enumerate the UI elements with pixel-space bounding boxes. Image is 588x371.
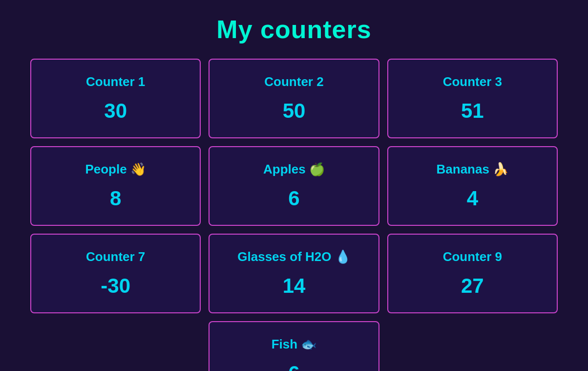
counter-value-counter-2: 50 — [283, 99, 306, 123]
counter-value-counter-3: 51 — [461, 99, 484, 123]
counter-value-fish: 6 — [288, 362, 299, 371]
counter-name-counter-9: Counter 9 — [443, 249, 502, 264]
counter-card-apples[interactable]: Apples 🍏6 — [209, 146, 379, 226]
counter-value-counter-9: 27 — [461, 274, 484, 298]
counter-name-counter-3: Counter 3 — [443, 74, 502, 89]
counter-value-counter-7: -30 — [101, 274, 130, 298]
counter-name-glasses-h2o: Glasses of H2O 💧 — [237, 249, 350, 264]
counter-value-apples: 6 — [288, 187, 299, 210]
counter-card-counter-3[interactable]: Counter 351 — [387, 59, 558, 138]
counter-value-counter-1: 30 — [104, 99, 127, 123]
counter-card-counter-7[interactable]: Counter 7-30 — [30, 234, 201, 313]
counter-name-people: People 👋 — [85, 162, 146, 177]
counters-grid: Counter 130Counter 250Counter 351People … — [30, 59, 558, 371]
counter-name-counter-7: Counter 7 — [86, 249, 145, 264]
counter-card-glasses-h2o[interactable]: Glasses of H2O 💧14 — [209, 234, 379, 313]
counter-value-people: 8 — [110, 187, 121, 210]
counter-card-counter-2[interactable]: Counter 250 — [209, 59, 379, 138]
counter-name-bananas: Bananas 🍌 — [437, 162, 509, 177]
page-title: My counters — [216, 15, 371, 44]
counter-card-people[interactable]: People 👋8 — [30, 146, 201, 226]
counter-value-glasses-h2o: 14 — [283, 274, 306, 298]
counter-name-apples: Apples 🍏 — [263, 162, 325, 177]
counter-value-bananas: 4 — [467, 187, 478, 210]
counter-name-fish: Fish 🐟 — [272, 337, 317, 352]
counter-card-fish[interactable]: Fish 🐟6 — [209, 321, 379, 371]
counter-card-counter-9[interactable]: Counter 927 — [387, 234, 558, 313]
counter-card-bananas[interactable]: Bananas 🍌4 — [387, 146, 558, 226]
counter-name-counter-2: Counter 2 — [264, 74, 323, 89]
counter-name-counter-1: Counter 1 — [86, 74, 145, 89]
counter-card-counter-1[interactable]: Counter 130 — [30, 59, 201, 138]
